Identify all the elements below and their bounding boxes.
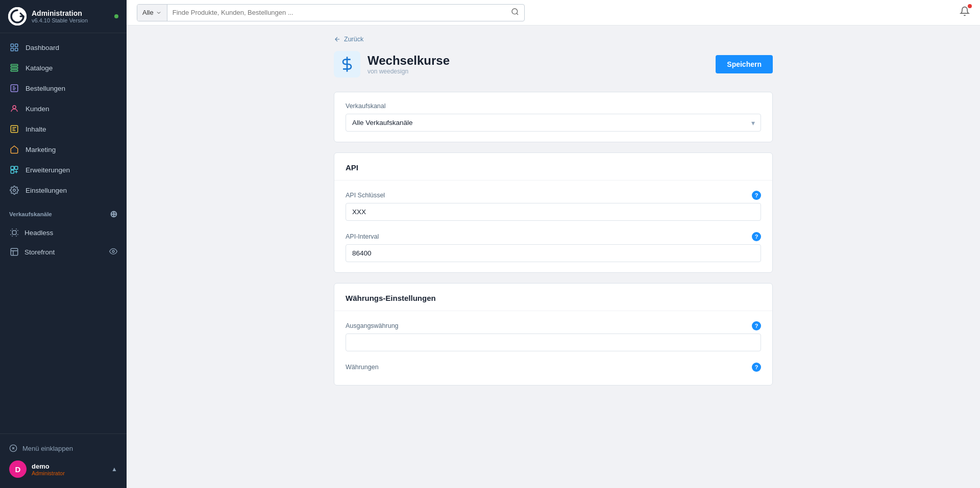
sales-channels-section: Verkaufskanäle ⊕ — [0, 200, 127, 223]
search-filter-label: Alle — [142, 9, 154, 16]
app-name: Administration — [32, 9, 109, 18]
api-key-label: API Schlüssel — [346, 192, 385, 199]
user-name: demo — [32, 463, 65, 470]
storefront-label: Storefront — [24, 248, 55, 256]
api-key-input[interactable] — [346, 203, 761, 221]
sidebar-item-label: Bestellungen — [26, 85, 65, 92]
api-interval-help-icon[interactable]: ? — [752, 232, 761, 241]
wahrungen-group: Währungen ? — [346, 363, 761, 372]
page-header-text: Wechselkurse von weedesign — [368, 54, 716, 75]
ausgangswahrung-help-icon[interactable]: ? — [752, 321, 761, 330]
sidebar-item-einstellungen[interactable]: Einstellungen — [0, 180, 127, 200]
svg-point-9 — [13, 106, 16, 109]
content-inner: Zurück Wechselkurse von weedesign Speich… — [318, 25, 788, 416]
svg-rect-1 — [11, 44, 13, 46]
svg-rect-12 — [15, 166, 18, 169]
app-logo — [8, 7, 27, 25]
api-card-body: API Schlüssel ? API-Interval ? — [334, 181, 772, 272]
wahrungen-label-row: Währungen ? — [346, 363, 761, 372]
svg-point-17 — [112, 250, 114, 252]
sidebar-item-storefront[interactable]: Storefront — [0, 242, 127, 262]
sidebar-item-label: Marketing — [26, 146, 56, 153]
dashboard-icon — [9, 42, 19, 53]
search-submit-button[interactable] — [506, 8, 524, 17]
api-key-group: API Schlüssel ? — [346, 191, 761, 221]
api-card: API API Schlüssel ? API-Interval ? — [334, 152, 773, 273]
marketing-icon — [9, 144, 19, 155]
user-menu[interactable]: D demo Administrator ▲ — [9, 456, 117, 482]
extensions-icon — [9, 165, 19, 175]
app-version: v6.4.10 Stable Version — [32, 17, 109, 23]
api-interval-label: API-Interval — [346, 233, 379, 240]
sidebar-item-dashboard[interactable]: Dashboard — [0, 37, 127, 58]
topbar: Alle — [127, 0, 980, 25]
sidebar-item-erweiterungen[interactable]: Erweiterungen — [0, 160, 127, 180]
svg-rect-6 — [11, 67, 18, 69]
user-role: Administrator — [32, 470, 65, 476]
sidebar-item-kataloge[interactable]: Kataloge — [0, 58, 127, 78]
sidebar-item-label: Einstellungen — [26, 187, 67, 194]
sidebar-item-bestellungen[interactable]: Bestellungen — [0, 78, 127, 98]
api-interval-group: API-Interval ? — [346, 232, 761, 262]
svg-rect-15 — [12, 230, 16, 235]
sidebar: Administration v6.4.10 Stable Version Da… — [0, 0, 127, 488]
verkaufskanal-card: Verkaufskanal Alle Verkaufskanäle ▾ — [334, 92, 773, 142]
svg-rect-7 — [11, 70, 18, 71]
verkaufskanal-label: Verkaufskanal — [346, 102, 761, 110]
sidebar-item-label: Kataloge — [26, 64, 53, 72]
sidebar-item-label: Inhalte — [26, 125, 46, 133]
status-dot — [114, 14, 118, 18]
search-input[interactable] — [167, 5, 506, 21]
notifications-bell[interactable] — [960, 6, 970, 19]
svg-rect-5 — [11, 64, 18, 66]
save-button[interactable]: Speichern — [716, 55, 773, 73]
svg-rect-13 — [11, 170, 14, 173]
api-interval-label-row: API-Interval ? — [346, 232, 761, 241]
svg-rect-2 — [15, 44, 18, 46]
currency-card-body: Ausgangswährung ? Währungen ? — [334, 311, 772, 385]
sidebar-item-headless[interactable]: Headless — [0, 223, 127, 242]
wahrungen-label: Währungen — [346, 364, 379, 371]
main-content: Alle Zurück — [127, 0, 980, 488]
page-header: Wechselkurse von weedesign Speichern — [334, 51, 773, 78]
eye-icon[interactable] — [109, 247, 117, 257]
sidebar-item-inhalte[interactable]: Inhalte — [0, 119, 127, 139]
svg-point-19 — [512, 9, 518, 14]
add-sales-channel-icon[interactable]: ⊕ — [110, 209, 117, 220]
notification-badge — [968, 4, 972, 8]
sales-channels-label: Verkaufskanäle — [9, 211, 52, 217]
currency-section-header: Währungs-Einstellungen — [334, 284, 772, 311]
verkaufskanal-body: Verkaufskanal Alle Verkaufskanäle ▾ — [334, 92, 772, 142]
sidebar-item-kunden[interactable]: Kunden — [0, 98, 127, 119]
verkaufskanal-select-wrapper: Alle Verkaufskanäle ▾ — [346, 114, 761, 132]
api-interval-input[interactable] — [346, 244, 761, 262]
api-section-header: API — [334, 153, 772, 181]
page-title: Wechselkurse — [368, 54, 716, 68]
back-link[interactable]: Zurück — [334, 36, 773, 43]
svg-rect-3 — [11, 48, 13, 51]
verkaufskanal-select[interactable]: Alle Verkaufskanäle — [346, 114, 761, 132]
sidebar-item-label: Erweiterungen — [26, 166, 70, 174]
user-chevron-icon: ▲ — [111, 466, 117, 473]
ausgangswahrung-group: Ausgangswährung ? — [346, 321, 761, 351]
user-avatar: D — [9, 460, 27, 478]
api-key-help-icon[interactable]: ? — [752, 191, 761, 200]
sidebar-nav: Dashboard Kataloge Bestellungen Kunden I… — [0, 33, 127, 433]
sidebar-footer: Menü einklappen D demo Administrator ▲ — [0, 433, 127, 488]
svg-point-14 — [13, 189, 16, 192]
sidebar-item-label: Dashboard — [26, 44, 59, 52]
back-link-label: Zurück — [344, 36, 363, 43]
wahrungen-help-icon[interactable]: ? — [752, 363, 761, 372]
orders-icon — [9, 83, 19, 93]
svg-rect-4 — [15, 48, 18, 51]
search-filter-button[interactable]: Alle — [137, 5, 167, 21]
headless-icon — [9, 227, 19, 238]
ausgangswahrung-input[interactable] — [346, 333, 761, 351]
catalog-icon — [9, 63, 19, 73]
collapse-menu-button[interactable]: Menü einklappen — [9, 440, 117, 456]
storefront-icon — [9, 247, 19, 257]
sidebar-item-marketing[interactable]: Marketing — [0, 139, 127, 160]
customers-icon — [9, 104, 19, 114]
headless-label: Headless — [24, 229, 53, 237]
svg-rect-16 — [11, 248, 18, 255]
